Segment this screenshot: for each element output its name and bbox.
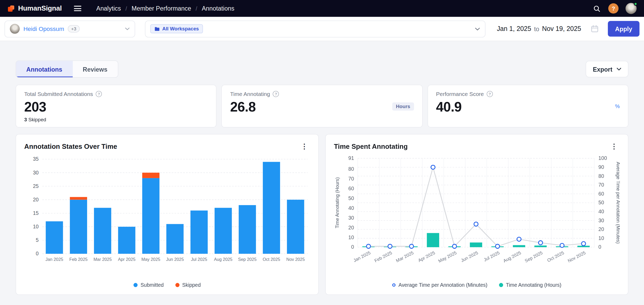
svg-text:Jun 2025: Jun 2025 (166, 257, 184, 262)
skipped-label: Skipped (28, 117, 46, 123)
member-avatar (10, 24, 20, 34)
legend-label: Skipped (182, 282, 201, 288)
export-label: Export (593, 66, 612, 72)
stat-value: 40.9 (436, 99, 620, 115)
svg-text:0: 0 (36, 251, 39, 256)
annotation-states-card: Annotation States Over Time 051015202530… (16, 134, 319, 295)
chevron-down-icon (125, 27, 130, 30)
svg-text:Nov 2025: Nov 2025 (567, 250, 586, 264)
svg-text:40: 40 (598, 209, 604, 214)
stat-value: 26.8 (230, 99, 414, 115)
svg-text:25: 25 (33, 183, 39, 189)
stat-title: Time Annotating (230, 91, 270, 97)
breadcrumb-analytics[interactable]: Analytics (96, 5, 121, 12)
svg-text:10: 10 (33, 224, 39, 229)
menu-icon[interactable] (73, 4, 83, 13)
svg-text:5: 5 (36, 237, 39, 243)
info-icon[interactable] (96, 91, 102, 97)
search-icon[interactable] (592, 4, 601, 13)
help-button[interactable] (608, 3, 619, 13)
chart-title: Time Spent Annotating (334, 142, 408, 150)
svg-text:80: 80 (348, 166, 354, 172)
breadcrumb-member-performance[interactable]: Member Performance (132, 5, 191, 12)
svg-text:60: 60 (598, 191, 604, 197)
calendar-icon[interactable] (591, 25, 599, 33)
svg-text:Aug 2025: Aug 2025 (214, 257, 233, 262)
svg-text:May 2025: May 2025 (141, 257, 160, 262)
svg-text:May 2025: May 2025 (438, 250, 458, 264)
chevron-down-icon (617, 67, 622, 71)
brand[interactable]: HumanSignal (7, 4, 62, 12)
time-spent-annotating-chart: 0102030405060708090100010203040506070809… (334, 154, 620, 268)
info-icon[interactable] (273, 91, 279, 97)
date-from[interactable]: Jan 1, 2025 (497, 25, 531, 33)
export-button[interactable]: Export (586, 61, 628, 77)
legend-label: Submitted (141, 282, 164, 288)
svg-text:35: 35 (33, 156, 39, 162)
legend-item[interactable]: Average Time per Annotation (Minutes) (392, 282, 487, 288)
svg-text:50: 50 (348, 195, 354, 201)
svg-text:Aug 2025: Aug 2025 (503, 250, 522, 264)
svg-text:70: 70 (348, 176, 354, 182)
member-more-badge: +3 (68, 25, 79, 33)
tab-reviews[interactable]: Reviews (73, 61, 118, 77)
svg-text:Feb 2025: Feb 2025 (374, 250, 393, 264)
skipped-note: 3 Skipped (24, 117, 46, 123)
tab-annotations[interactable]: Annotations (16, 61, 73, 77)
member-name: Heidi Opossum (23, 25, 64, 32)
filter-bar: Heidi Opossum +3 All Workspaces Jan 1, 2… (0, 17, 644, 41)
tabs: Annotations Reviews (16, 61, 118, 78)
svg-text:0: 0 (351, 244, 354, 250)
workspace-chip[interactable]: All Workspaces (150, 24, 203, 33)
legend-item[interactable]: Time Annotating (Hours) (499, 282, 561, 288)
legend-dot-marker (499, 283, 503, 287)
svg-text:Apr 2025: Apr 2025 (417, 250, 436, 263)
workspace-filter-select[interactable]: All Workspaces (145, 20, 485, 37)
svg-text:90: 90 (598, 164, 604, 170)
svg-text:80: 80 (598, 173, 604, 179)
svg-text:20: 20 (33, 197, 39, 202)
svg-text:Jan 2025: Jan 2025 (353, 250, 371, 263)
apply-button[interactable]: Apply (608, 21, 640, 36)
online-status-dot (634, 2, 637, 6)
svg-text:100: 100 (598, 155, 607, 161)
svg-text:Time Annotating (Hours): Time Annotating (Hours) (335, 177, 340, 228)
legend-item[interactable]: Submitted (134, 282, 164, 288)
svg-text:Jul 2025: Jul 2025 (483, 250, 500, 262)
svg-text:Nov 2025: Nov 2025 (286, 257, 305, 262)
brand-name: HumanSignal (18, 4, 62, 12)
annotation-states-chart: 05101520253035Jan 2025Feb 2025Mar 2025Ap… (24, 154, 310, 264)
info-icon[interactable] (487, 91, 493, 97)
kebab-menu-icon[interactable] (608, 141, 620, 152)
date-range-picker[interactable]: Jan 1, 2025 to Nov 19, 2025 (497, 25, 599, 33)
svg-text:10: 10 (348, 234, 354, 240)
humansignal-logo-icon (7, 5, 15, 12)
date-to[interactable]: Nov 19, 2025 (542, 25, 581, 33)
stat-card-performance-score: Performance Score 40.9 % (427, 85, 628, 128)
charts-row: Annotation States Over Time 051015202530… (16, 134, 628, 295)
svg-text:Average Time per Annotation (M: Average Time per Annotation (Minutes) (615, 162, 620, 244)
breadcrumb: Analytics / Member Performance / Annotat… (96, 5, 234, 12)
svg-text:30: 30 (598, 218, 604, 223)
stat-card-total-submitted: Total Submitted Annotations 203 3 Skippe… (16, 85, 216, 128)
legend-item[interactable]: Skipped (175, 282, 201, 288)
user-avatar[interactable] (626, 3, 637, 14)
kebab-menu-icon[interactable] (299, 141, 310, 152)
breadcrumb-separator: / (125, 5, 127, 12)
legend-label: Average Time per Annotation (Minutes) (399, 282, 487, 288)
chevron-down-icon (475, 27, 480, 31)
tabs-row: Annotations Reviews Export (16, 61, 628, 78)
breadcrumb-separator: / (196, 5, 197, 12)
svg-text:Jun 2025: Jun 2025 (460, 250, 479, 263)
member-filter-select[interactable]: Heidi Opossum +3 (4, 20, 135, 37)
time-spent-annotating-card: Time Spent Annotating 010203040506070809… (325, 134, 628, 295)
svg-text:Sep 2025: Sep 2025 (238, 257, 257, 262)
svg-text:Feb 2025: Feb 2025 (69, 257, 88, 262)
topbar: HumanSignal Analytics / Member Performan… (0, 0, 644, 17)
svg-text:60: 60 (348, 186, 354, 191)
breadcrumb-annotations[interactable]: Annotations (202, 5, 234, 12)
svg-text:30: 30 (348, 215, 354, 221)
svg-text:Oct 2025: Oct 2025 (546, 250, 565, 263)
legend-ring-marker (392, 283, 395, 286)
svg-text:Jan 2025: Jan 2025 (45, 257, 63, 262)
